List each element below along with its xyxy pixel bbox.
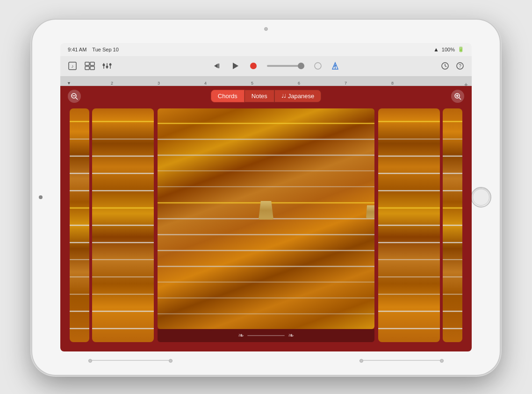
scale-mode-button[interactable]: ♩♩ Japanese [274, 90, 321, 102]
help-button[interactable]: ? [456, 62, 464, 70]
date-display: Tue Sep 10 [92, 47, 118, 52]
string-r10 [378, 277, 440, 278]
ruler-mark-2: 2 [111, 81, 113, 86]
string-rn11 [443, 294, 462, 295]
ipad-screen: 9:41 AM Tue Sep 10 ▲ 100% 🔋 ♪ [60, 43, 472, 351]
notes-mode-button[interactable]: Notes [244, 90, 274, 102]
string-r4 [378, 173, 440, 174]
center-string-5 [158, 186, 374, 187]
koto-center-section: ❧ ❧ [158, 108, 374, 342]
svg-point-15 [250, 63, 257, 69]
center-string-12 [158, 298, 374, 299]
string-l6 [92, 208, 154, 208]
home-button[interactable] [471, 187, 491, 208]
svg-point-11 [109, 64, 112, 66]
string-3 [70, 156, 89, 157]
string-r13 [378, 328, 440, 329]
string-r5 [378, 190, 440, 191]
connector-dot-left-2 [169, 359, 173, 363]
status-right: ▲ 100% 🔋 [433, 46, 464, 53]
koto-center-body[interactable] [158, 108, 374, 329]
tracks-view-button[interactable] [85, 62, 95, 70]
drag-dots: ❧ ❧ [238, 331, 294, 340]
rewind-button[interactable] [214, 62, 222, 70]
svg-marker-14 [233, 63, 238, 69]
connector-left [88, 360, 173, 361]
svg-marker-12 [214, 64, 218, 68]
connector-dot-right-2 [440, 359, 444, 363]
koto-right-col-narrow[interactable] [443, 108, 462, 342]
svg-rect-5 [90, 66, 94, 70]
string-8 [70, 242, 89, 243]
string-r6 [378, 208, 440, 208]
koto-right-col-wide[interactable] [378, 108, 440, 342]
koto-left-strings-wide [92, 108, 154, 342]
center-string-3 [158, 155, 374, 156]
power-led [39, 195, 43, 199]
string-6 [70, 208, 89, 208]
ruler-mark-3: 3 [158, 81, 160, 86]
string-9 [70, 259, 89, 260]
string-rn6 [443, 208, 462, 208]
mixer-button[interactable] [102, 62, 112, 70]
string-10 [70, 277, 89, 278]
svg-line-29 [459, 98, 461, 100]
string-1 [70, 121, 89, 122]
koto-left-col-narrow[interactable] [70, 108, 89, 342]
chords-mode-button[interactable]: Chords [211, 90, 244, 102]
string-r9 [378, 259, 440, 260]
drag-handle[interactable]: ❧ ❧ [158, 329, 374, 342]
svg-text:♪: ♪ [72, 64, 74, 69]
clock-button[interactable] [441, 62, 449, 70]
string-rn3 [443, 156, 462, 157]
svg-point-9 [103, 64, 105, 66]
center-string-11 [158, 282, 374, 283]
center-string-2 [158, 139, 374, 140]
koto-left-section[interactable] [70, 108, 154, 342]
instrument-area: Chords Notes ♩♩ Japanese [60, 86, 472, 351]
string-l12 [92, 311, 154, 312]
string-l11 [92, 294, 154, 295]
string-r7 [378, 225, 440, 226]
koto-bridge-1 [259, 201, 273, 220]
string-4 [70, 173, 89, 174]
play-button[interactable] [231, 62, 240, 70]
string-l7 [92, 225, 154, 226]
ipad-device: 9:41 AM Tue Sep 10 ▲ 100% 🔋 ♪ [32, 20, 500, 375]
string-l2 [92, 139, 154, 140]
zoom-right-button[interactable] [451, 90, 464, 103]
battery-icon: 🔋 [458, 46, 464, 52]
koto-right-strings-narrow [443, 108, 462, 342]
time-display: 9:41 AM [68, 47, 86, 52]
connector-right [359, 360, 444, 361]
string-r8 [378, 242, 440, 243]
metronome-button[interactable] [331, 62, 339, 70]
center-string-4 [158, 171, 374, 172]
center-string-9 [158, 250, 374, 251]
center-string-8 [158, 234, 374, 235]
string-2 [70, 139, 89, 140]
record-button[interactable] [249, 62, 258, 70]
string-rn12 [443, 311, 462, 312]
svg-rect-4 [85, 66, 89, 70]
koto-body: ❧ ❧ [70, 108, 462, 342]
new-track-button[interactable]: ♪ [68, 61, 77, 71]
string-5 [70, 190, 89, 191]
koto-left-col-wide[interactable] [92, 108, 154, 342]
toolbar: ♪ [60, 56, 472, 77]
volume-slider[interactable] [267, 65, 304, 67]
string-l8 [92, 242, 154, 243]
string-r3 [378, 156, 440, 157]
toolbar-left: ♪ [68, 61, 112, 71]
timeline-ruler: ▼ 2 3 4 5 6 7 8 + [60, 77, 472, 86]
volume-thumb [298, 63, 304, 69]
string-rn2 [443, 139, 462, 140]
string-l10 [92, 277, 154, 278]
koto-right-section[interactable] [378, 108, 462, 342]
scale-icon: ♩♩ [281, 93, 286, 99]
string-13 [70, 328, 89, 329]
string-11 [70, 294, 89, 295]
string-r12 [378, 311, 440, 312]
koto-right-strings-wide [378, 108, 440, 342]
volume-output-icon [314, 62, 322, 70]
